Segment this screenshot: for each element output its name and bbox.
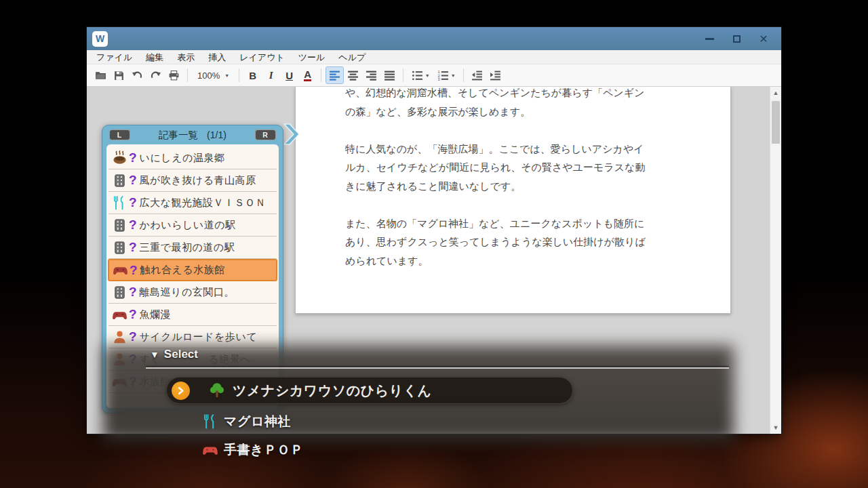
restaurant-icon (202, 413, 218, 430)
underline-button[interactable]: U (280, 66, 298, 84)
question-mark-badge: ? (129, 285, 137, 300)
select-button-prompt[interactable]: ▼ Select (150, 348, 198, 361)
maximize-button[interactable] (731, 33, 742, 44)
toolbar-separator (187, 68, 188, 82)
article-list-item[interactable]: ? 三重で最初の道の駅 (108, 237, 277, 259)
down-triangle-icon: ▼ (150, 349, 159, 360)
zoom-dropdown[interactable]: 100% ▼ (192, 66, 235, 84)
question-mark-badge: ? (129, 218, 137, 232)
overlay-item-label: ツメナシカワウソのひらりくん (233, 382, 432, 400)
overlay-item-label: 手書きＰＯＰ (224, 441, 303, 459)
menu-item[interactable]: 編集 (139, 50, 170, 64)
chevron-down-icon: ▼ (224, 73, 229, 78)
article-list-item[interactable]: ? いにしえの温泉郷 (108, 147, 277, 169)
building-icon (112, 285, 127, 300)
article-title: 触れ合える水族館 (140, 264, 225, 277)
document-text-line: また、名物の「マグロ神社」など、ユニークなスポットも随所に (345, 214, 646, 233)
question-mark-badge: ? (129, 307, 137, 322)
menu-item[interactable]: 表示 (170, 50, 201, 64)
article-title: 離島巡りの玄関口。 (140, 286, 235, 299)
menu-item[interactable]: ヘルプ (332, 50, 372, 64)
scroll-down-button[interactable]: ▼ (770, 422, 781, 434)
bullet-list-button[interactable]: ▼ (408, 66, 433, 84)
scroll-up-button[interactable]: ▲ (770, 87, 781, 99)
document-text-line: 特に人気なのが、「海獣広場」。ここでは、愛らしいアシカやイ (345, 140, 646, 159)
font-color-button[interactable]: A (298, 66, 317, 84)
print-button[interactable] (165, 66, 183, 84)
article-list-header: L 記事一覧 (1/1) R (102, 125, 283, 144)
question-mark-badge: ? (129, 240, 137, 255)
menubar: ファイル編集表示挿入レイアウトツールヘルプ (87, 50, 781, 64)
toolbar: 100% ▼ B I U A ▼ ▼ (87, 64, 781, 87)
overlay-menu: ツメナシカワウソのひらりくん マグロ神社 手書きＰＯＰ (166, 377, 573, 461)
article-list-item[interactable]: ? かわいらしい道の駅 (108, 214, 277, 237)
article-list-item[interactable]: ? 触れ合える水族館 (108, 259, 277, 281)
building-icon (112, 240, 127, 256)
numbered-list-button[interactable]: ▼ (433, 66, 459, 84)
indent-button[interactable] (486, 66, 505, 84)
question-mark-badge: ? (130, 263, 138, 278)
article-list-item[interactable]: ? 広大な観光施設ＶＩＳＯＮ (108, 192, 277, 214)
building-icon (112, 173, 127, 188)
align-right-button[interactable] (362, 66, 380, 84)
question-mark-badge: ? (129, 173, 137, 188)
question-mark-badge: ? (129, 195, 137, 210)
menu-item[interactable]: ファイル (90, 50, 139, 64)
menu-item[interactable]: レイアウト (233, 50, 292, 64)
r-shoulder-button[interactable]: R (255, 129, 276, 140)
overlay-menu-item[interactable]: ツメナシカワウソのひらりくん (166, 377, 573, 404)
toolbar-separator (321, 68, 321, 82)
undo-button[interactable] (128, 66, 146, 84)
onsen-icon (112, 150, 127, 166)
article-list-title: 記事一覧 (159, 129, 198, 142)
panel-pointer-icon (282, 122, 301, 146)
menu-item[interactable]: 挿入 (201, 50, 233, 64)
document-text-line: の森」など、多彩な展示が楽しめます。 (345, 102, 646, 121)
selection-cursor-icon (172, 382, 190, 400)
document-page[interactable]: や、幻想的な洞窟水槽、そしてペンギンたちが暮らす「ペンギンの森」など、多彩な展示… (295, 87, 731, 314)
document-text-line: められています。 (345, 251, 646, 270)
overlay-menu-item[interactable]: 手書きＰＯＰ (202, 439, 573, 461)
align-left-button[interactable] (326, 66, 344, 84)
menu-item[interactable]: ツール (292, 50, 332, 64)
toolbar-separator (239, 68, 239, 82)
align-justify-button[interactable] (380, 66, 399, 84)
scrollbar-thumb[interactable] (772, 101, 780, 144)
article-title: いにしえの温泉郷 (140, 152, 225, 165)
chevron-down-icon: ▼ (425, 73, 430, 78)
article-title: かわいらしい道の駅 (140, 219, 236, 232)
article-title: 広大な観光施設ＶＩＳＯＮ (140, 197, 266, 209)
save-button[interactable] (110, 66, 128, 84)
game-screen: W ✕ ファイル編集表示挿入レイアウトツールヘルプ 100% ▼ B (0, 0, 868, 488)
article-title: 風が吹き抜ける青山高原 (140, 174, 256, 187)
titlebar[interactable]: W ✕ (87, 27, 781, 50)
article-list-item[interactable]: ? 風が吹き抜ける青山高原 (108, 169, 277, 192)
overlay-item-label: マグロ神社 (224, 413, 291, 430)
tree-icon (208, 382, 226, 399)
open-file-button[interactable] (92, 66, 110, 84)
document-text-line (345, 195, 646, 214)
bold-button[interactable]: B (243, 66, 262, 84)
scrollbar[interactable]: ▲ ▼ (770, 87, 781, 434)
app-icon: W (92, 31, 108, 47)
restaurant-icon (112, 195, 127, 211)
l-shoulder-button[interactable]: L (109, 129, 130, 140)
article-list-item[interactable]: ? 魚爛漫 (108, 304, 277, 326)
minimize-button[interactable] (704, 33, 715, 44)
document-text-line: や、幻想的な洞窟水槽、そしてペンギンたちが暮らす「ペンギン (345, 87, 646, 102)
question-mark-badge: ? (129, 150, 137, 165)
overlay-divider (146, 367, 729, 369)
italic-button[interactable]: I (262, 66, 280, 84)
redo-button[interactable] (146, 66, 165, 84)
close-button[interactable]: ✕ (758, 33, 769, 44)
toolbar-separator (463, 68, 464, 82)
document-text-line: あり、思わずクスっと笑ってしまうような楽しい仕掛けが散りば (345, 232, 646, 251)
article-title: 魚爛漫 (140, 308, 172, 321)
overlay-menu-item[interactable]: マグロ神社 (202, 410, 573, 432)
toolbar-separator (403, 68, 403, 82)
article-list-item[interactable]: ? 離島巡りの玄関口。 (108, 281, 277, 304)
building-icon (112, 218, 127, 233)
outdent-button[interactable] (468, 66, 486, 84)
gamepad-icon (202, 442, 218, 458)
align-center-button[interactable] (344, 66, 362, 84)
